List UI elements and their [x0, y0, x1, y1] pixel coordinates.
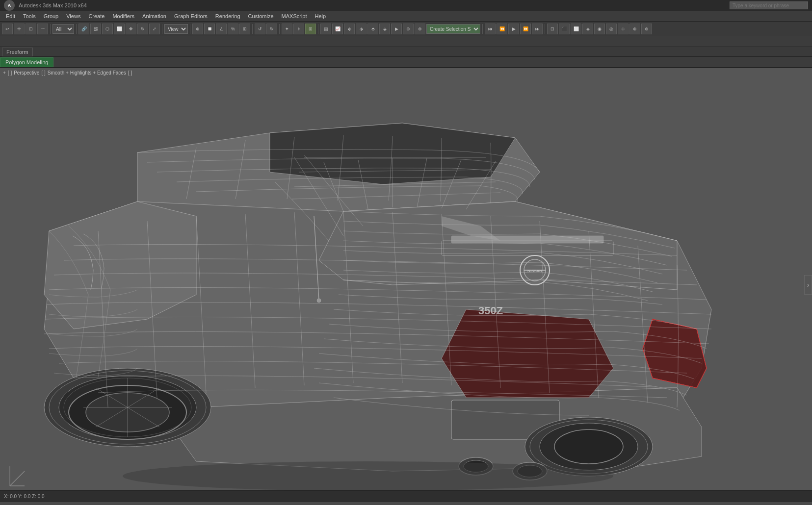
undo-button[interactable]: ↩	[2, 24, 13, 34]
app-title: Autodesk 3ds Max 2010 x64	[19, 2, 87, 8]
svg-point-19	[554, 429, 623, 464]
menu-graph-editors[interactable]: Graph Editors	[170, 11, 211, 22]
sep2	[76, 24, 77, 34]
move-button[interactable]: ✥	[126, 24, 136, 34]
polygon-modeling-row: Polygon Modeling	[0, 57, 812, 68]
sep7	[318, 24, 318, 34]
svg-point-36	[317, 299, 321, 303]
render-frame[interactable]: ⬙	[379, 24, 390, 34]
toolbar-area: ↩ ✛ ⊡ 〰 All 🔗 ⛓ ⬡ ⬜ ✥ ↻ ⤢ View ⊕ 🔲 ∠ % ⊞…	[0, 22, 812, 47]
spinner-snap[interactable]: ⊞	[239, 24, 250, 34]
menu-tools[interactable]: Tools	[19, 11, 40, 22]
schematic[interactable]: ⬖	[344, 24, 355, 34]
bind-button[interactable]: ⬡	[102, 24, 113, 34]
mirror-button[interactable]: ⊧	[293, 24, 304, 34]
sep3	[162, 24, 162, 34]
sep6	[279, 24, 280, 34]
render-setup[interactable]: ⬘	[367, 24, 378, 34]
tool4[interactable]: ◈	[582, 24, 593, 34]
menu-views[interactable]: Views	[62, 11, 84, 22]
pivot-button[interactable]: ⊕	[192, 24, 203, 34]
viewport-bracket2[interactable]: [ ]	[41, 70, 45, 76]
selection-type-dropdown[interactable]: All	[52, 24, 74, 34]
angle-snap[interactable]: ∠	[216, 24, 227, 34]
tool7[interactable]: ⊹	[618, 24, 629, 34]
svg-point-46	[123, 461, 613, 491]
car-wireframe: NISSAN 350Z	[0, 68, 812, 502]
lasso-button[interactable]: 〰	[37, 24, 48, 34]
rotate-button[interactable]: ↻	[137, 24, 148, 34]
menu-modifiers[interactable]: Modifiers	[108, 11, 138, 22]
prev-frame[interactable]: ⏪	[497, 24, 507, 34]
autodesk-logo: A	[4, 0, 15, 11]
next-frame[interactable]: ⏩	[520, 24, 531, 34]
menu-animation[interactable]: Animation	[138, 11, 170, 22]
svg-text:NISSAN: NISSAN	[527, 269, 542, 273]
link-button[interactable]: 🔗	[79, 24, 89, 34]
menu-customize[interactable]: Customize	[244, 11, 278, 22]
render-last[interactable]: ▶	[391, 24, 402, 34]
title-bar: A Autodesk 3ds Max 2010 x64	[0, 0, 812, 11]
svg-rect-12	[451, 236, 603, 243]
search-input[interactable]	[730, 1, 808, 9]
polygon-modeling-tab[interactable]: Polygon Modeling	[0, 57, 53, 67]
track-view[interactable]: 📈	[332, 24, 343, 34]
viewport-shading[interactable]: Smooth + Highlights + Edged Faces	[48, 70, 126, 76]
viewport[interactable]: + [ ] Perspective [ ] Smooth + Highlight…	[0, 68, 812, 502]
freeform-row: Freeform	[0, 47, 812, 57]
tool6[interactable]: ◎	[606, 24, 617, 34]
render-btn2[interactable]: ⊕	[403, 24, 414, 34]
key-mode-toggle[interactable]: ⏮	[485, 24, 496, 34]
viewport-perspective[interactable]: Perspective	[14, 70, 39, 76]
play-button[interactable]: ▶	[508, 24, 519, 34]
sep1	[50, 24, 51, 34]
toolbar-row1: ↩ ✛ ⊡ 〰 All 🔗 ⛓ ⬡ ⬜ ✥ ↻ ⤢ View ⊕ 🔲 ∠ % ⊞…	[0, 22, 812, 36]
svg-text:350Z: 350Z	[478, 304, 503, 317]
snap-toggle[interactable]: 🔲	[204, 24, 215, 34]
select-button[interactable]: ✛	[14, 24, 25, 34]
sep4	[190, 24, 190, 34]
menu-create[interactable]: Create	[84, 11, 108, 22]
tool8[interactable]: ⊕	[629, 24, 640, 34]
viewport-bracket3[interactable]: [ ]	[128, 70, 132, 76]
tool9[interactable]: ⊗	[641, 24, 652, 34]
sep9	[545, 24, 545, 34]
freeform-label[interactable]: Freeform	[2, 48, 33, 56]
viewport-plus[interactable]: +	[3, 70, 6, 76]
tool2[interactable]: ⬛	[559, 24, 570, 34]
align-button[interactable]: ⊞	[305, 24, 316, 34]
select-filter-button[interactable]: ⬜	[114, 24, 125, 34]
redo-scene[interactable]: ↻	[266, 24, 277, 34]
percent-snap[interactable]: %	[228, 24, 238, 34]
viewport-bracket-left[interactable]: [ ]	[8, 70, 12, 76]
tool1[interactable]: ⊡	[547, 24, 558, 34]
viewport-info: + [ ] Perspective [ ] Smooth + Highlight…	[0, 68, 135, 77]
material-editor[interactable]: ⬗	[356, 24, 367, 34]
scale-button[interactable]: ⤢	[149, 24, 160, 34]
right-panel-toggle[interactable]: ›	[804, 275, 812, 295]
layer-manager[interactable]: ▤	[320, 24, 331, 34]
coordinates-display: X: 0.0 Y: 0.0 Z: 0.0	[4, 494, 45, 499]
undo-scene[interactable]: ↺	[255, 24, 265, 34]
menu-bar: Edit Tools Group Views Create Modifiers …	[0, 11, 812, 22]
status-bar: X: 0.0 Y: 0.0 Z: 0.0	[0, 490, 812, 502]
menu-help[interactable]: Help	[311, 11, 330, 22]
unlink-button[interactable]: ⛓	[90, 24, 101, 34]
reference-coord-dropdown[interactable]: View	[164, 24, 188, 34]
menu-group[interactable]: Group	[40, 11, 63, 22]
tool5[interactable]: ◉	[594, 24, 605, 34]
sep8	[482, 24, 483, 34]
menu-rendering[interactable]: Rendering	[211, 11, 244, 22]
sep5	[252, 24, 253, 34]
render-btn3[interactable]: ⊗	[415, 24, 425, 34]
named-sel-icon[interactable]: ✦	[282, 24, 292, 34]
select-region-button[interactable]: ⊡	[26, 24, 36, 34]
create-selection-dropdown[interactable]: Create Selection Se...	[426, 24, 480, 34]
last-frame[interactable]: ⏭	[532, 24, 543, 34]
menu-maxscript[interactable]: MAXScript	[278, 11, 311, 22]
tool3[interactable]: ⬜	[571, 24, 581, 34]
menu-edit[interactable]: Edit	[2, 11, 19, 22]
